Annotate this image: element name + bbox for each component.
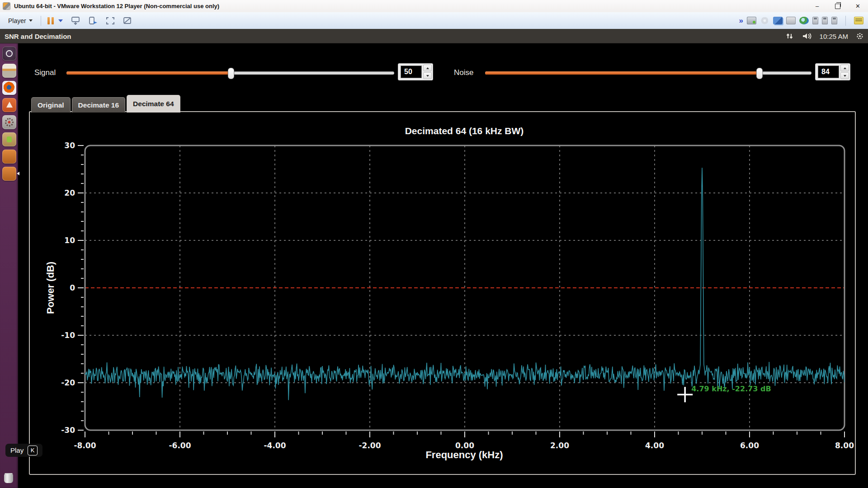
launcher-system-settings-icon[interactable] xyxy=(2,115,16,129)
signal-slider[interactable] xyxy=(66,71,394,75)
svg-text:-20: -20 xyxy=(61,378,75,387)
enter-fullscreen-icon[interactable] xyxy=(105,16,116,25)
noise-label: Noise xyxy=(454,68,473,77)
maximize-button[interactable] xyxy=(827,0,848,12)
noise-slider[interactable] xyxy=(485,71,811,75)
player-menu-button[interactable]: Player xyxy=(5,15,36,26)
suspend-menu-arrow-icon[interactable] xyxy=(58,19,63,22)
svg-text:-2.00: -2.00 xyxy=(359,441,381,450)
sound-indicator-icon[interactable] xyxy=(802,32,812,40)
unity-mode-icon[interactable] xyxy=(122,16,133,25)
suspend-pause-button[interactable] xyxy=(46,16,56,26)
app-title: SNR and Decimation xyxy=(5,33,71,40)
tab-decimate-16[interactable]: Decimate 16 xyxy=(72,97,125,113)
noise-slider-handle[interactable] xyxy=(756,68,763,79)
usb-device-1-icon[interactable] xyxy=(812,17,818,24)
down-arrow-icon xyxy=(426,75,429,77)
signal-spin-up-button[interactable] xyxy=(423,65,432,71)
up-arrow-icon xyxy=(844,67,846,69)
spectrum-plot[interactable]: 3020100-10-20-30-8.00-6.00-4.00-2.000.00… xyxy=(45,136,859,468)
noise-spin-up-button[interactable] xyxy=(840,65,849,71)
noise-slider-fill xyxy=(485,71,759,75)
svg-text:20: 20 xyxy=(64,188,75,197)
launcher-trash-icon[interactable] xyxy=(2,471,16,485)
up-arrow-icon xyxy=(426,67,429,69)
player-menu-label: Player xyxy=(8,17,26,24)
noise-spinbox: 84 xyxy=(815,63,850,80)
down-arrow-icon xyxy=(844,75,846,77)
tab-decimate-64[interactable]: Decimate 64 xyxy=(127,95,180,113)
signal-spin-down-button[interactable] xyxy=(423,72,432,79)
svg-text:6.00: 6.00 xyxy=(740,441,759,450)
vmware-titlebar: Ubuntu 64-bit - VMware Workstation 12 Pl… xyxy=(0,0,868,13)
launcher-software-center-icon[interactable] xyxy=(2,98,16,112)
svg-text:-10: -10 xyxy=(61,331,75,340)
manage-virtual-machine-icon[interactable] xyxy=(88,16,99,25)
window-controls: – ✕ xyxy=(807,0,868,12)
play-key-keycap: K xyxy=(28,446,38,455)
launcher-software-updater-icon[interactable] xyxy=(2,132,16,146)
printer-icon[interactable] xyxy=(786,17,796,24)
close-button[interactable]: ✕ xyxy=(848,0,868,12)
signal-slider-handle[interactable] xyxy=(228,68,234,79)
usb-device-2-icon[interactable] xyxy=(822,17,828,24)
svg-text:10: 10 xyxy=(64,236,75,245)
cd-dvd-icon[interactable] xyxy=(760,17,769,24)
signal-slider-fill xyxy=(66,71,231,75)
device-status-icons: » xyxy=(739,12,863,29)
toolbar-separator xyxy=(845,16,846,26)
play-overlay-label: Play xyxy=(10,446,24,454)
chart-title: Decimated 64 (16 kHz BW) xyxy=(84,126,844,136)
panel-indicators: 10:25 AM xyxy=(785,29,864,43)
svg-text:0: 0 xyxy=(70,283,75,292)
vmware-window-title: Ubuntu 64-bit - VMware Workstation 12 Pl… xyxy=(14,3,219,9)
launcher-gnuradio-2-icon[interactable] xyxy=(2,167,16,181)
svg-text:-30: -30 xyxy=(61,426,75,435)
noise-value-field[interactable]: 84 xyxy=(818,66,839,78)
play-overlay-tooltip: Play K xyxy=(5,444,42,457)
sound-card-icon[interactable] xyxy=(799,17,809,24)
svg-text:4.79 kHz, -22.73 dB: 4.79 kHz, -22.73 dB xyxy=(691,385,771,393)
signal-value-field[interactable]: 50 xyxy=(401,66,422,78)
svg-text:-4.00: -4.00 xyxy=(264,441,286,450)
unity-launcher xyxy=(0,43,18,488)
svg-text:8.00: 8.00 xyxy=(835,441,854,450)
noise-spin-down-button[interactable] xyxy=(840,72,849,79)
launcher-dash-home-icon[interactable] xyxy=(2,47,16,61)
network-adapter-icon[interactable] xyxy=(773,17,783,24)
expand-chevron-icon[interactable]: » xyxy=(739,17,743,24)
ubuntu-top-panel: SNR and Decimation 10:25 AM xyxy=(0,29,868,43)
launcher-files-icon[interactable] xyxy=(2,64,16,78)
plot-tabbar: Original Decimate 16 Decimate 64 xyxy=(31,95,180,113)
clock[interactable]: 10:25 AM xyxy=(820,33,848,40)
hard-disk-icon[interactable] xyxy=(747,17,756,24)
noise-spin-buttons xyxy=(840,65,849,79)
maximize-icon xyxy=(835,4,840,9)
svg-text:4.00: 4.00 xyxy=(645,441,664,450)
vmware-logo-icon xyxy=(3,3,10,9)
svg-text:0.00: 0.00 xyxy=(455,441,474,450)
vmware-toolbar: Player » xyxy=(0,12,868,29)
message-log-icon[interactable] xyxy=(854,17,863,24)
usb-device-3-icon[interactable] xyxy=(831,17,837,24)
signal-label: Signal xyxy=(34,68,56,77)
svg-text:-8.00: -8.00 xyxy=(74,441,96,450)
session-gear-icon[interactable] xyxy=(855,32,864,41)
signal-spinbox: 50 xyxy=(398,63,433,80)
toolbar-separator xyxy=(41,16,41,26)
player-menu-caret-icon xyxy=(29,19,33,22)
svg-text:-6.00: -6.00 xyxy=(169,441,191,450)
minimize-button[interactable]: – xyxy=(807,0,827,12)
signal-spin-buttons xyxy=(423,65,432,79)
launcher-gnuradio-1-icon[interactable] xyxy=(2,150,16,164)
svg-text:30: 30 xyxy=(64,141,75,150)
launcher-firefox-icon[interactable] xyxy=(2,81,16,95)
network-indicator-icon[interactable] xyxy=(785,32,794,40)
svg-text:2.00: 2.00 xyxy=(550,441,569,450)
send-ctrl-alt-del-icon[interactable] xyxy=(71,16,81,25)
tab-original[interactable]: Original xyxy=(31,97,71,113)
